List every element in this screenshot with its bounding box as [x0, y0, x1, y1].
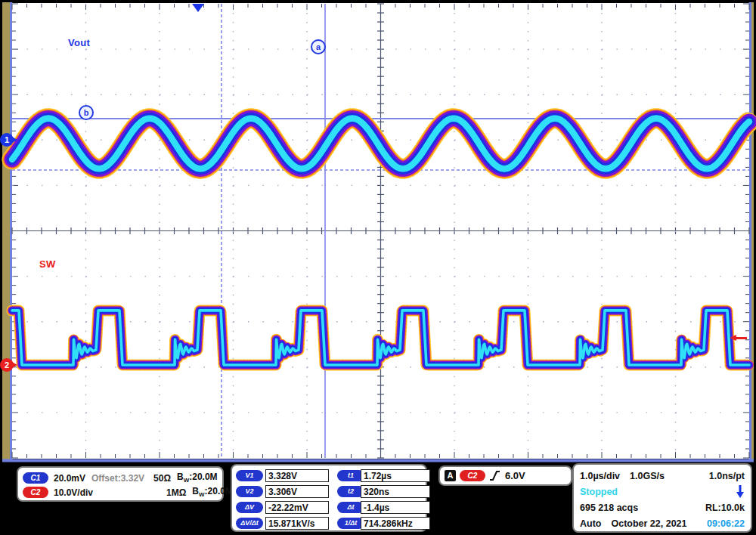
t1-value: 1.72µs — [361, 469, 430, 482]
v1-value: 3.328V — [265, 469, 329, 482]
dvdt-badge: ΔV/Δt — [236, 518, 263, 529]
trigger-level-icon[interactable] — [730, 335, 748, 342]
sample-resolution: 1.0ns/pt — [709, 471, 745, 481]
channel-settings-box[interactable]: C1 20.0mV Offset:3.32V 50Ω BW:20.0M C2 1… — [17, 466, 224, 502]
ch1-ground-marker[interactable]: 1 — [0, 133, 14, 147]
time-text: 09:06:22 — [707, 518, 745, 529]
ch1-scale: 20.0mV — [54, 473, 85, 484]
t2-value: 320ns — [361, 485, 430, 498]
horizontal-acquisition-box[interactable]: 1.0µs/div 1.0GS/s 1.0ns/pt Stopped 695 2… — [572, 463, 752, 533]
ch2-scale: 10.0V/div — [54, 487, 93, 498]
status-bar: C1 20.0mV Offset:3.32V 50Ω BW:20.0M C2 1… — [0, 462, 756, 535]
sample-rate: 1.0GS/s — [630, 471, 665, 481]
cursor-readout-box[interactable]: V1 3.328V t1 1.72µs V2 3.306V t2 320ns Δ… — [231, 464, 427, 532]
v1-badge: V1 — [236, 470, 263, 481]
acq-state: Stopped — [580, 487, 618, 497]
trigger-level-arrowhead — [730, 335, 736, 341]
ch2-settings-row[interactable]: C2 10.0V/div 1MΩ BW:20.0M — [23, 485, 218, 499]
frame-bottom-line — [2, 459, 754, 462]
acq-count: 695 218 acqs — [580, 503, 638, 513]
dt-value: -1.4µs — [361, 501, 430, 514]
trigger-level-value: 6.0V — [505, 470, 525, 481]
trigger-level-arrowtail — [736, 337, 747, 339]
rising-edge-icon — [489, 469, 500, 482]
v2-badge: V2 — [236, 486, 263, 497]
v2-value: 3.306V — [265, 485, 329, 498]
ch1-badge[interactable]: C1 — [23, 472, 48, 484]
trigger-indicator-arrow-icon — [736, 484, 745, 499]
ch2-trace-label: SW — [39, 258, 56, 270]
dv-badge: ΔV — [236, 502, 263, 513]
ch1-offset: Offset:3.32V — [91, 473, 144, 484]
cursor-a-badge[interactable]: a — [311, 39, 326, 54]
ch1-trace-label: Vout — [68, 37, 90, 48]
inv-dt-value: 714.286kHz — [361, 517, 430, 530]
trigger-source-badge: C2 — [460, 470, 485, 481]
trigger-mode: Auto — [580, 518, 601, 529]
ch2-ground-marker[interactable]: 2 — [0, 358, 14, 372]
dvdt-value: 15.871kV/s — [265, 517, 329, 530]
record-length: RL:10.0k — [705, 503, 745, 513]
cursor-b-badge[interactable]: b — [79, 105, 94, 120]
oscilloscope-screen: Vout SW a b 1 2 C1 20.0mV Offset:3.32V 5… — [0, 0, 756, 535]
dv-value: -22.22mV — [265, 501, 329, 514]
ch1-impedance: 50Ω — [153, 473, 171, 484]
ch1-settings-row[interactable]: C1 20.0mV Offset:3.32V 50Ω BW:20.0M — [23, 471, 218, 485]
trigger-settings-box[interactable]: A C2 6.0V — [438, 465, 572, 486]
graticule-canvas — [0, 0, 756, 462]
trigger-position-icon[interactable] — [192, 4, 204, 12]
ch2-impedance: 1MΩ — [166, 487, 186, 498]
date-text: October 22, 2021 — [611, 518, 686, 529]
horizontal-scale: 1.0µs/div — [580, 471, 620, 481]
trigger-mode-a-badge: A — [445, 470, 456, 481]
left-tan-bar — [2, 2, 10, 460]
ch2-badge[interactable]: C2 — [23, 487, 48, 498]
ch1-bandwidth: BW:20.0M — [177, 472, 218, 484]
ch2-bandwidth: BW:20.0M — [192, 486, 233, 498]
